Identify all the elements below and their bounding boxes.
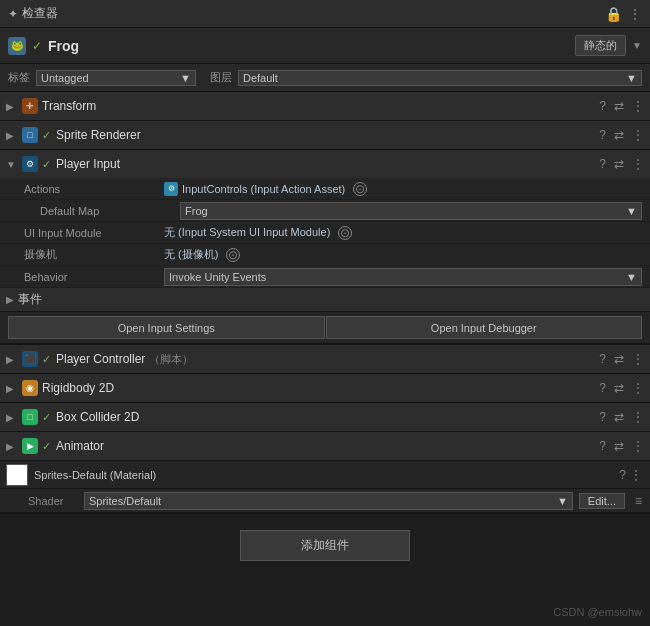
player-input-checkbox[interactable]: ✓ [42, 158, 51, 171]
menu-icon[interactable]: ⋮ [628, 6, 642, 22]
player-controller-help-btn[interactable]: ? [597, 352, 608, 366]
box-collider2d-name: Box Collider 2D [56, 410, 593, 424]
actions-value: ⚙ InputControls (Input Action Asset) ⊙ [164, 182, 642, 196]
layer-arrow: ▼ [626, 72, 637, 84]
default-map-row: Default Map Frog ▼ [0, 200, 650, 222]
rigidbody2d-menu-btn[interactable]: ⋮ [630, 381, 646, 395]
object-icon: 🐸 [8, 37, 26, 55]
animator-settings-btn[interactable]: ⇄ [612, 439, 626, 453]
animator-menu-btn[interactable]: ⋮ [630, 439, 646, 453]
default-map-arrow: ▼ [626, 205, 637, 217]
sprite-renderer-help-btn[interactable]: ? [597, 128, 608, 142]
player-input-expand-arrow: ▼ [6, 159, 18, 170]
sprite-renderer-settings-btn[interactable]: ⇄ [612, 128, 626, 142]
player-input-settings-btn[interactable]: ⇄ [612, 157, 626, 171]
player-input-help-btn[interactable]: ? [597, 157, 608, 171]
box-collider2d-checkbox[interactable]: ✓ [42, 411, 51, 424]
layer-dropdown[interactable]: Default ▼ [238, 70, 642, 86]
ui-input-row: UI Input Module 无 (Input System UI Input… [0, 222, 650, 244]
sprite-renderer-name: Sprite Renderer [56, 128, 593, 142]
transform-component: ▶ ✛ Transform ? ⇄ ⋮ [0, 92, 650, 121]
ui-input-add-btn[interactable]: ⊙ [338, 226, 352, 240]
transform-actions: ? ⇄ ⋮ [597, 99, 646, 113]
camera-text: 无 (摄像机) [164, 247, 218, 262]
events-expand-arrow: ▶ [6, 294, 18, 305]
tag-arrow: ▼ [180, 72, 191, 84]
player-controller-header[interactable]: ▶ ⬛ ✓ Player Controller （脚本） ? ⇄ ⋮ [0, 345, 650, 373]
sprite-renderer-icon: □ [22, 127, 38, 143]
ui-input-label: UI Input Module [24, 227, 164, 239]
behavior-label: Behavior [24, 271, 164, 283]
inspector-panel: 🐸 ✓ Frog 静态的 ▼ 标签 Untagged ▼ 图层 Default … [0, 28, 650, 626]
animator-help-btn[interactable]: ? [597, 439, 608, 453]
events-section[interactable]: ▶ 事件 [0, 288, 650, 312]
rigidbody2d-help-btn[interactable]: ? [597, 381, 608, 395]
player-input-header[interactable]: ▼ ⚙ ✓ Player Input ? ⇄ ⋮ [0, 150, 650, 178]
transform-header[interactable]: ▶ ✛ Transform ? ⇄ ⋮ [0, 92, 650, 120]
box-collider2d-actions: ? ⇄ ⋮ [597, 410, 646, 424]
box-collider2d-menu-btn[interactable]: ⋮ [630, 410, 646, 424]
tag-value: Untagged [41, 72, 89, 84]
active-checkbox[interactable]: ✓ [32, 39, 42, 53]
open-input-settings-btn[interactable]: Open Input Settings [8, 316, 325, 339]
material-menu-btn[interactable]: ⋮ [630, 468, 642, 482]
camera-add-btn[interactable]: ⊙ [226, 248, 240, 262]
shader-dropdown[interactable]: Sprites/Default ▼ [84, 492, 573, 510]
player-input-component: ▼ ⚙ ✓ Player Input ? ⇄ ⋮ Actions ⚙ Input… [0, 150, 650, 345]
player-input-body: Actions ⚙ InputControls (Input Action As… [0, 178, 650, 344]
material-actions: ? ⋮ [619, 468, 642, 482]
default-map-dropdown[interactable]: Frog ▼ [180, 202, 642, 220]
add-component-btn[interactable]: 添加组件 [240, 530, 410, 561]
box-collider2d-expand-arrow: ▶ [6, 412, 18, 423]
behavior-arrow: ▼ [626, 271, 637, 283]
object-header: 🐸 ✓ Frog 静态的 ▼ [0, 28, 650, 64]
default-map-value: Frog [185, 205, 208, 217]
box-collider2d-header[interactable]: ▶ □ ✓ Box Collider 2D ? ⇄ ⋮ [0, 403, 650, 431]
shader-label: Shader [28, 495, 78, 507]
transform-menu-btn[interactable]: ⋮ [630, 99, 646, 113]
actions-add-btn[interactable]: ⊙ [353, 182, 367, 196]
player-input-actions: ? ⇄ ⋮ [597, 157, 646, 171]
player-controller-icon: ⬛ [22, 351, 38, 367]
material-help-btn[interactable]: ? [619, 468, 626, 482]
box-collider2d-help-btn[interactable]: ? [597, 410, 608, 424]
player-input-icon: ⚙ [22, 156, 38, 172]
animator-header[interactable]: ▶ ▶ ✓ Animator ? ⇄ ⋮ [0, 432, 650, 460]
transform-help-btn[interactable]: ? [597, 99, 608, 113]
open-input-debugger-btn[interactable]: Open Input Debugger [326, 316, 643, 339]
rigidbody2d-settings-btn[interactable]: ⇄ [612, 381, 626, 395]
sprite-renderer-component: ▶ □ ✓ Sprite Renderer ? ⇄ ⋮ [0, 121, 650, 150]
layer-label: 图层 [210, 70, 232, 85]
object-name: Frog [48, 38, 569, 54]
sprite-renderer-checkbox[interactable]: ✓ [42, 129, 51, 142]
shader-menu-btn[interactable]: ≡ [635, 494, 642, 508]
sprite-renderer-menu-btn[interactable]: ⋮ [630, 128, 646, 142]
shader-arrow: ▼ [557, 495, 568, 507]
player-controller-name: Player Controller （脚本） [56, 352, 593, 367]
tag-label: 标签 [8, 70, 30, 85]
title-bar-icons: 🔒 ⋮ [605, 6, 642, 22]
shader-edit-btn[interactable]: Edit... [579, 493, 625, 509]
camera-row: 摄像机 无 (摄像机) ⊙ [0, 244, 650, 266]
static-button[interactable]: 静态的 [575, 35, 626, 56]
static-dropdown-arrow[interactable]: ▼ [632, 40, 642, 51]
animator-actions: ? ⇄ ⋮ [597, 439, 646, 453]
player-controller-settings-btn[interactable]: ⇄ [612, 352, 626, 366]
material-preview [6, 464, 28, 486]
material-name: Sprites-Default (Material) [34, 469, 613, 481]
transform-name: Transform [42, 99, 593, 113]
transform-settings-btn[interactable]: ⇄ [612, 99, 626, 113]
player-input-menu-btn[interactable]: ⋮ [630, 157, 646, 171]
shader-row: Shader Sprites/Default ▼ Edit... ≡ [0, 489, 650, 513]
player-controller-checkbox[interactable]: ✓ [42, 353, 51, 366]
sprite-renderer-header[interactable]: ▶ □ ✓ Sprite Renderer ? ⇄ ⋮ [0, 121, 650, 149]
rigidbody2d-header[interactable]: ▶ ◉ Rigidbody 2D ? ⇄ ⋮ [0, 374, 650, 402]
player-controller-component: ▶ ⬛ ✓ Player Controller （脚本） ? ⇄ ⋮ [0, 345, 650, 374]
tag-dropdown[interactable]: Untagged ▼ [36, 70, 196, 86]
box-collider2d-settings-btn[interactable]: ⇄ [612, 410, 626, 424]
animator-checkbox[interactable]: ✓ [42, 440, 51, 453]
player-controller-menu-btn[interactable]: ⋮ [630, 352, 646, 366]
behavior-dropdown[interactable]: Invoke Unity Events ▼ [164, 268, 642, 286]
events-label: 事件 [18, 291, 42, 308]
lock-icon[interactable]: 🔒 [605, 6, 622, 22]
